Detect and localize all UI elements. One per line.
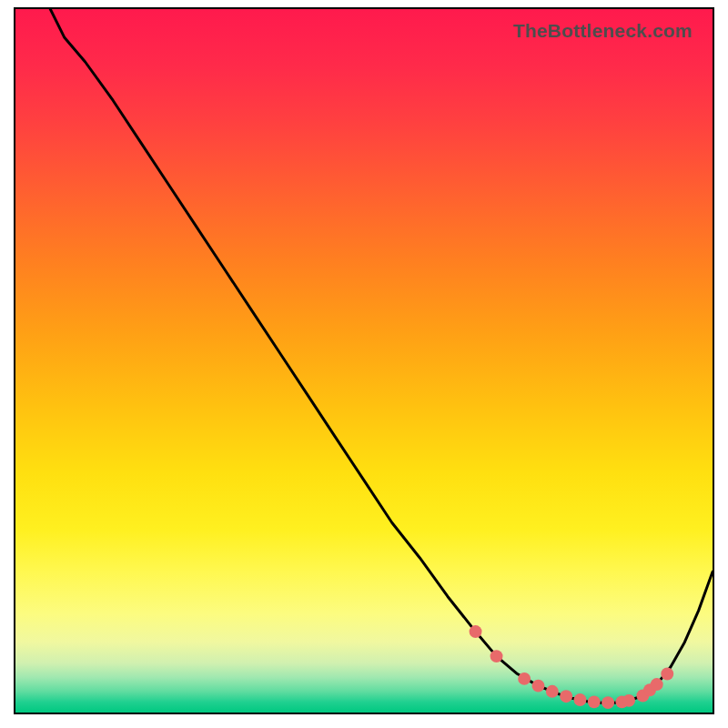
plot-area: TheBottleneck.com — [14, 7, 714, 714]
data-point — [546, 685, 559, 698]
chart-svg — [15, 9, 713, 713]
data-point — [490, 650, 503, 662]
data-point — [532, 680, 545, 693]
data-point — [602, 696, 614, 709]
data-point — [588, 695, 601, 708]
data-point — [573, 693, 586, 706]
curve-line — [50, 9, 713, 703]
data-point — [622, 694, 635, 707]
data-point — [560, 690, 572, 703]
data-point — [470, 625, 482, 638]
data-point — [651, 678, 663, 691]
curve-dots — [470, 625, 674, 709]
chart-container: TheBottleneck.com — [0, 0, 728, 728]
data-point — [518, 672, 531, 685]
data-point — [661, 668, 673, 681]
